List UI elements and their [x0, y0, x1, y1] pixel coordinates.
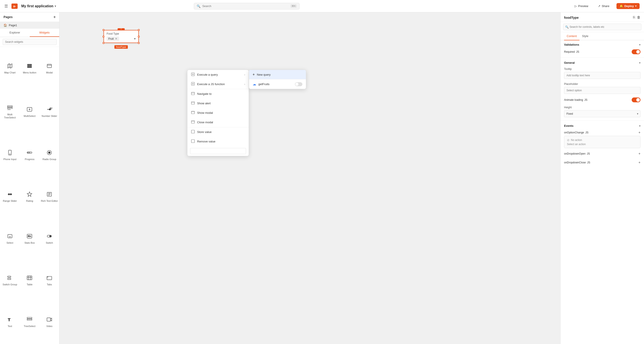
- app-name[interactable]: My first application ▾: [21, 4, 56, 8]
- widget-item-treeselect[interactable]: TreeSelect: [20, 301, 40, 343]
- select-widget-chevron[interactable]: ▾: [134, 37, 136, 40]
- widget-drag-handle[interactable]: ⠿: [118, 28, 125, 30]
- context-menu-close-modal[interactable]: Close modal: [188, 117, 249, 127]
- animate-loading-knob: [636, 98, 640, 102]
- widget-item-modal[interactable]: Modal: [40, 48, 59, 90]
- widget-item-number-slider[interactable]: 1→6 Number Slider: [40, 90, 59, 134]
- app-name-chevron: ▾: [54, 5, 56, 8]
- resize-handle-tr[interactable]: [138, 29, 140, 31]
- tab-widgets[interactable]: Widgets: [30, 29, 60, 37]
- validations-section-header[interactable]: Validations ▾: [560, 40, 644, 48]
- delete-button[interactable]: 🗑: [637, 16, 640, 20]
- search-input[interactable]: [202, 5, 289, 8]
- on-option-change-add[interactable]: +: [638, 130, 640, 134]
- svg-rect-32: [27, 276, 32, 280]
- general-section-header[interactable]: General ▾: [560, 58, 644, 66]
- svg-text:T: T: [8, 317, 10, 322]
- hamburger-menu[interactable]: ☰: [4, 4, 8, 9]
- widget-item-phone-input[interactable]: Phone Input: [0, 134, 20, 176]
- tag-close-button[interactable]: ✕: [115, 37, 118, 40]
- widget-item-select[interactable]: Select: [0, 218, 20, 260]
- on-dropdown-open-add[interactable]: +: [638, 152, 640, 156]
- resize-handle-mr[interactable]: [138, 36, 140, 38]
- context-menu-navigate-to[interactable]: Navigate to: [188, 89, 249, 99]
- table-icon: [27, 275, 32, 282]
- svg-marker-20: [27, 192, 32, 197]
- widget-item-video[interactable]: Video: [40, 301, 59, 343]
- rich-text-editor-icon: [46, 192, 52, 198]
- select-action-text[interactable]: Select an action: [567, 143, 638, 146]
- preview-button[interactable]: ▷ Preview: [572, 3, 591, 9]
- phone-input-label: Phone Input: [3, 158, 16, 161]
- widget-item-map-chart[interactable]: Map Chart: [0, 48, 20, 90]
- get-fruits-toggle[interactable]: [295, 82, 302, 86]
- add-page-button[interactable]: +: [53, 15, 56, 19]
- widget-item-tabs[interactable]: Tabs: [40, 260, 59, 301]
- resize-handle-ml[interactable]: [103, 36, 104, 38]
- share-button[interactable]: ↗ Share: [595, 3, 612, 9]
- multi-treeselect-icon: [7, 105, 13, 112]
- switch-label: Switch: [46, 241, 53, 244]
- svg-point-12: [10, 154, 10, 154]
- svg-rect-1: [28, 66, 32, 66]
- page-item-page1[interactable]: 🏠 Page1: [0, 22, 59, 29]
- resize-handle-tl[interactable]: [103, 29, 104, 31]
- submenu-new-query[interactable]: + New query: [249, 70, 306, 79]
- context-menu: Execute a query › Execute a JS function …: [187, 70, 249, 156]
- svg-rect-6: [8, 109, 10, 110]
- widget-item-text[interactable]: T Text: [0, 301, 20, 343]
- on-dropdown-close-label: onDropdownClose JS +: [564, 160, 640, 164]
- copy-button[interactable]: ⎘: [633, 16, 635, 20]
- widget-item-range-slider[interactable]: Range Slider: [0, 176, 20, 218]
- tab-explorer[interactable]: Explorer: [0, 29, 30, 37]
- divider-1: [560, 57, 644, 58]
- resize-handle-br[interactable]: [138, 42, 140, 44]
- resize-handle-bl[interactable]: [103, 42, 104, 44]
- context-menu-show-modal[interactable]: Show modal: [188, 108, 249, 117]
- table-label: Table: [27, 283, 32, 286]
- widget-item-progress[interactable]: Progress: [20, 134, 40, 176]
- widget-item-stats-box[interactable]: 12▲ Stats Box: [20, 218, 40, 260]
- svg-rect-4: [8, 106, 12, 107]
- text-label: Text: [8, 324, 12, 328]
- multiselect-icon: [27, 106, 32, 113]
- widget-search-input[interactable]: [3, 39, 56, 45]
- deploy-button[interactable]: 🔔 Deploy ▾: [616, 3, 640, 9]
- widget-item-switch[interactable]: Switch: [40, 218, 59, 260]
- new-query-plus-icon: +: [252, 73, 254, 77]
- global-search[interactable]: 🔍 ⌘K: [194, 3, 300, 10]
- widget-item-rating[interactable]: Rating: [20, 176, 40, 218]
- tab-content[interactable]: Content: [564, 32, 580, 40]
- number-slider-icon: 1→6: [46, 106, 52, 113]
- context-menu-show-alert[interactable]: Show alert: [188, 99, 249, 108]
- switch-icon: [46, 233, 52, 240]
- context-menu-execute-js[interactable]: Execute a JS function ›: [188, 79, 249, 89]
- context-menu-input[interactable]: [190, 148, 246, 154]
- tooltip-input[interactable]: [564, 72, 640, 79]
- height-label: Height: [564, 106, 640, 109]
- context-menu-execute-query[interactable]: Execute a query ›: [188, 70, 249, 79]
- widget-item-rich-text-editor[interactable]: Rich Text Editor: [40, 176, 59, 218]
- required-toggle[interactable]: [632, 49, 640, 54]
- widget-item-menu-button[interactable]: Menu button: [20, 48, 40, 90]
- widget-item-multiselect[interactable]: MultiSelect: [20, 90, 40, 134]
- tooltip-label: Tooltip: [564, 68, 640, 71]
- widget-item-multi-treeselect[interactable]: Multi TreeSelect: [0, 90, 20, 134]
- widget-item-table[interactable]: Table: [20, 260, 40, 301]
- widget-item-switch-group[interactable]: Switch Group: [0, 260, 20, 301]
- canvas-widget-food-type[interactable]: ⠿ Food Type Fruit ✕ ▾: [104, 30, 139, 43]
- height-select[interactable]: Fixed Auto: [564, 110, 640, 117]
- svg-rect-47: [192, 130, 194, 133]
- remove-value-icon: [191, 139, 195, 143]
- widget-item-radio-group[interactable]: Radio Group: [40, 134, 59, 176]
- context-menu-remove-value[interactable]: Remove value: [188, 137, 249, 146]
- tab-style[interactable]: Style: [580, 32, 591, 40]
- on-dropdown-close-add[interactable]: +: [638, 160, 640, 164]
- events-section-header[interactable]: Events ▾: [560, 121, 644, 129]
- panel-search-input[interactable]: [563, 24, 641, 30]
- submenu-get-fruits[interactable]: ☁ getFruits: [249, 79, 306, 89]
- placeholder-input[interactable]: [564, 87, 640, 94]
- animate-loading-toggle[interactable]: [632, 97, 640, 102]
- no-action-icon: ⊘: [567, 138, 570, 142]
- context-menu-store-value[interactable]: Store value: [188, 127, 249, 137]
